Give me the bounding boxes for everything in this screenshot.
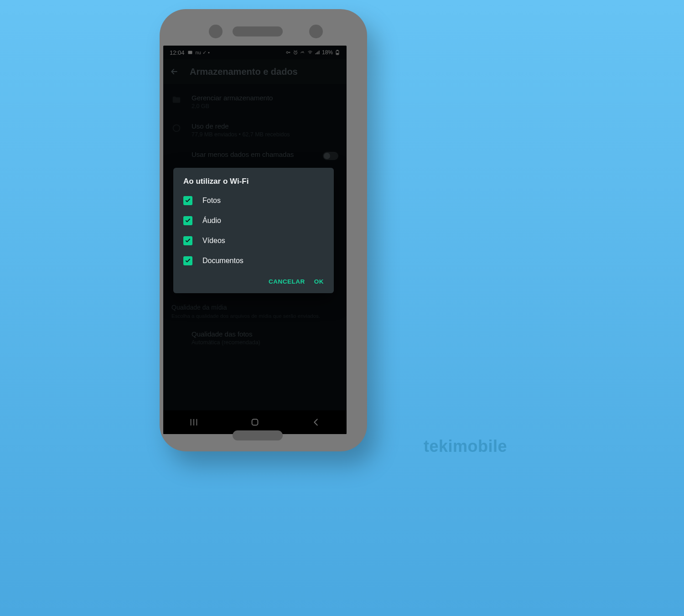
option-videos-label: Vídeos bbox=[202, 237, 225, 245]
option-documents-label: Documentos bbox=[202, 257, 244, 265]
phone-frame: 12:04 nu ✓ • 18% Armazenamento e dado bbox=[160, 9, 367, 451]
checkbox-documents[interactable] bbox=[183, 256, 192, 265]
option-audio-label: Áudio bbox=[202, 217, 221, 225]
check-icon bbox=[185, 238, 191, 244]
phone-camera bbox=[309, 25, 323, 38]
screen: 12:04 nu ✓ • 18% Armazenamento e dado bbox=[163, 46, 347, 434]
option-photos[interactable]: Fotos bbox=[179, 191, 328, 211]
option-audio[interactable]: Áudio bbox=[179, 211, 328, 231]
checkbox-videos[interactable] bbox=[183, 236, 192, 245]
option-documents[interactable]: Documentos bbox=[179, 251, 328, 271]
ok-button[interactable]: OK bbox=[314, 278, 324, 285]
phone-sensor bbox=[209, 25, 223, 38]
phone-chin bbox=[233, 430, 283, 440]
wifi-download-dialog: Ao utilizar o Wi-Fi Fotos Áudio bbox=[173, 168, 334, 293]
check-icon bbox=[185, 217, 191, 224]
check-icon bbox=[185, 197, 191, 204]
dialog-title: Ao utilizar o Wi-Fi bbox=[173, 168, 334, 191]
cancel-button[interactable]: CANCELAR bbox=[269, 278, 305, 285]
check-icon bbox=[185, 258, 191, 264]
phone-speaker bbox=[233, 26, 283, 36]
option-photos-label: Fotos bbox=[202, 197, 221, 205]
checkbox-audio[interactable] bbox=[183, 216, 192, 225]
watermark-text: tekimobile bbox=[424, 437, 507, 456]
checkbox-photos[interactable] bbox=[183, 196, 192, 205]
option-videos[interactable]: Vídeos bbox=[179, 231, 328, 251]
